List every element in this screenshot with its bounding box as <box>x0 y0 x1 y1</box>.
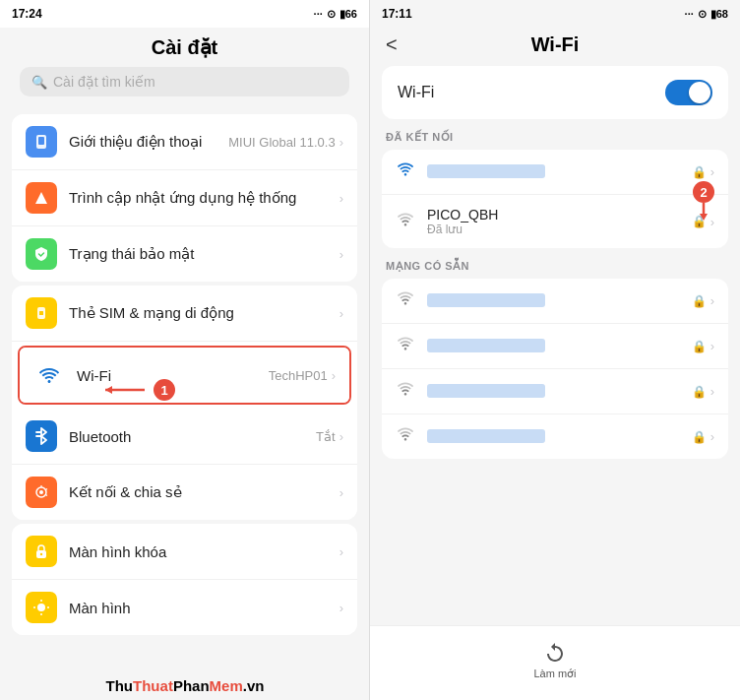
settings-item-bluetooth[interactable]: Bluetooth Tắt › <box>12 409 357 465</box>
battery-icon: ▮66 <box>339 8 357 21</box>
display-label: Màn hình <box>69 600 339 616</box>
svg-marker-20 <box>700 214 708 221</box>
share-text: Kết nối & chia sẻ <box>69 483 339 501</box>
refresh-icon <box>543 642 567 666</box>
wifi-text: Wi-Fi <box>77 367 269 384</box>
left-status-bar: 17:24 ··· ⊙ ▮66 <box>0 0 369 28</box>
settings-item-wifi[interactable]: Wi-Fi TechHP01 › <box>20 348 349 403</box>
avail-net-1[interactable]: 🔒 › <box>382 279 728 324</box>
display-chevron: › <box>339 601 343 615</box>
connected-wifi-item[interactable]: 🔒 › <box>382 150 728 195</box>
right-title: Wi-Fi <box>531 33 580 56</box>
bluetooth-icon <box>26 420 57 452</box>
share-chevron: › <box>339 485 343 500</box>
settings-item-sim[interactable]: Thẻ SIM & mạng di động › <box>12 286 357 342</box>
refresh-button[interactable]: Làm mới <box>524 632 586 690</box>
settings-item-intro[interactable]: Giới thiệu điện thoại MIUI Global 11.0.3… <box>12 114 357 170</box>
wifi-toggle-row: Wi-Fi <box>382 66 728 119</box>
wifi-highlight-wrapper: Wi-Fi TechHP01 › <box>18 346 351 405</box>
left-panel: 17:24 ··· ⊙ ▮66 Cài đặt 🔍 Cài đặt tìm ki… <box>0 0 370 700</box>
avail-chev-4: › <box>710 429 714 444</box>
avail-wifi-icon-3 <box>396 381 415 402</box>
signal-icon: ··· <box>314 8 323 20</box>
sim-chevron: › <box>339 306 343 321</box>
avail-net-3[interactable]: 🔒 › <box>382 369 728 414</box>
annotation-2: 2 <box>693 181 714 223</box>
update-text: Trình cập nhật ứng dụng hệ thống <box>69 189 339 207</box>
settings-item-lock[interactable]: Màn hình khóa › <box>12 524 357 580</box>
available-section-label: MẠNG CÓ SẴN <box>386 260 728 273</box>
settings-item-display[interactable]: Màn hình › <box>12 580 357 635</box>
svg-point-13 <box>40 553 42 555</box>
lock-chevron: › <box>339 544 343 559</box>
display-icon <box>26 592 57 623</box>
avail-net-2-blur <box>427 339 545 352</box>
wifi-toggle[interactable] <box>665 80 712 105</box>
lock-icon <box>26 536 57 567</box>
svg-line-10 <box>46 489 48 490</box>
avail-chev-1: › <box>710 293 714 308</box>
search-placeholder: Cài đặt tìm kiếm <box>53 74 155 90</box>
intro-value: MIUI Global 11.0.3 <box>228 135 335 150</box>
avail-wifi-icon-1 <box>396 290 415 311</box>
update-label: Trình cập nhật ứng dụng hệ thống <box>69 189 339 207</box>
avail-net-4-blur <box>427 429 545 443</box>
circle-2: 2 <box>693 181 714 203</box>
pico-wifi-item[interactable]: PICO_QBH Đã lưu 🔒 › 2 <box>382 195 728 248</box>
svg-point-8 <box>39 490 43 494</box>
connected-net-text <box>427 164 692 180</box>
avail-lock-4: 🔒 <box>692 430 707 444</box>
avail-net-1-text <box>427 293 692 309</box>
avail-lock-3: 🔒 <box>692 385 707 399</box>
avail-net-2[interactable]: 🔒 › <box>382 324 728 369</box>
left-status-icons: ··· ⊙ ▮66 <box>314 8 357 21</box>
settings-item-share[interactable]: Kết nối & chia sẻ › <box>12 465 357 520</box>
update-chevron: › <box>339 191 343 206</box>
security-text: Trạng thái bảo mật <box>69 245 339 263</box>
connected-lock-icon: 🔒 <box>692 165 707 179</box>
svg-line-11 <box>46 495 48 496</box>
settings-item-security[interactable]: Trạng thái bảo mật › <box>12 226 357 282</box>
wifi-chevron: › <box>332 368 336 383</box>
left-title: Cài đặt <box>16 35 353 59</box>
display-text: Màn hình <box>69 600 339 616</box>
sim-text: Thẻ SIM & mạng di động <box>69 304 339 322</box>
wifi-status-icon: ⊙ <box>327 8 336 21</box>
connected-chevron: › <box>710 164 714 179</box>
section-group-3: Màn hình khóa › Màn hình › <box>12 524 357 635</box>
left-header: Cài đặt 🔍 Cài đặt tìm kiếm <box>0 28 369 102</box>
pico-net-text: PICO_QBH Đã lưu <box>427 207 692 236</box>
right-status-icons: ··· ⊙ ▮68 <box>685 8 728 21</box>
sim-icon <box>26 297 57 329</box>
intro-chevron: › <box>339 135 343 150</box>
refresh-label: Làm mới <box>533 668 576 680</box>
search-icon: 🔍 <box>31 75 47 90</box>
wifi-label-text: Wi-Fi <box>77 367 269 384</box>
back-button[interactable]: < <box>386 33 398 56</box>
section-group-2: Thẻ SIM & mạng di động › <box>12 286 357 520</box>
wifi-value: TechHP01 <box>269 368 328 383</box>
svg-rect-1 <box>38 137 44 145</box>
avail-wifi-icon-2 <box>396 336 415 356</box>
wifi-content: Wi-Fi ĐÃ KẾT NỐI <box>370 66 740 625</box>
lock-text: Màn hình khóa <box>69 543 339 560</box>
svg-marker-2 <box>35 192 47 204</box>
avail-net-4[interactable]: 🔒 › <box>382 414 728 459</box>
right-status-bar: 17:11 ··· ⊙ ▮68 <box>370 0 740 28</box>
search-bar[interactable]: 🔍 Cài đặt tìm kiếm <box>20 67 349 96</box>
settings-list: Giới thiệu điện thoại MIUI Global 11.0.3… <box>0 102 369 700</box>
bluetooth-value: Tắt <box>316 429 336 444</box>
security-label: Trạng thái bảo mật <box>69 245 339 263</box>
battery-icon-r: ▮68 <box>710 8 728 21</box>
avail-lock-2: 🔒 <box>692 340 707 353</box>
avail-net-4-text <box>427 429 692 445</box>
signal-icon-r: ··· <box>685 8 694 20</box>
avail-wifi-icon-4 <box>396 426 415 447</box>
wifi-net-icon-2 <box>396 212 415 232</box>
right-header: < Wi-Fi <box>370 28 740 66</box>
connected-section-label: ĐÃ KẾT NỐI <box>386 131 728 144</box>
connected-networks: 🔒 › PICO_QBH Đã lưu 🔒 <box>382 150 728 248</box>
phone-icon <box>26 126 57 158</box>
settings-item-update[interactable]: Trình cập nhật ứng dụng hệ thống › <box>12 170 357 226</box>
bluetooth-text: Bluetooth <box>69 428 316 445</box>
